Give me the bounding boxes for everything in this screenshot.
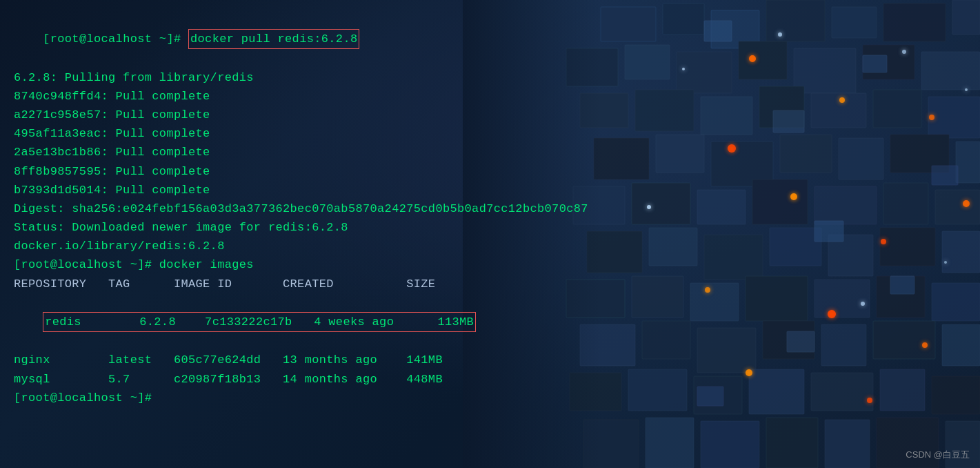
terminal-line-10: Status: Downloaded newer image for redis… bbox=[14, 218, 966, 237]
table-header: REPOSITORY TAG IMAGE ID CREATED SIZE bbox=[14, 275, 966, 293]
terminal-line-8: b7393d1d5014: Pull complete bbox=[14, 181, 966, 199]
terminal-line-6: 2a5e13bc1b86: Pull complete bbox=[14, 143, 966, 162]
command-highlight-1: docker pull redis:6.2.8 bbox=[188, 29, 359, 49]
prompt-1: [root@localhost ~]# bbox=[43, 32, 188, 46]
terminal-line-5: 495af11a3eac: Pull complete bbox=[14, 124, 966, 143]
table-row-mysql: mysql 5.7 c20987f18b13 14 months ago 448… bbox=[14, 370, 966, 389]
table-row-nginx: nginx latest 605c77e624dd 13 months ago … bbox=[14, 351, 966, 369]
terminal-line-4: a2271c958e57: Pull complete bbox=[14, 106, 966, 124]
terminal-line-3: 8740c948ffd4: Pull complete bbox=[14, 87, 966, 106]
terminal-line-11: docker.io/library/redis:6.2.8 bbox=[14, 237, 966, 255]
terminal-line-1: [root@localhost ~]# docker pull redis:6.… bbox=[14, 10, 966, 68]
terminal-line-9: Digest: sha256:e024febf156a03d3a377362be… bbox=[14, 199, 966, 218]
terminal-line-2: 6.2.8: Pulling from library/redis bbox=[14, 68, 966, 87]
table-row-redis: redis 6.2.8 7c133222c17b 4 weeks ago 113… bbox=[14, 293, 966, 351]
terminal: [root@localhost ~]# docker pull redis:6.… bbox=[0, 0, 980, 468]
watermark: CSDN @白豆五 bbox=[906, 449, 970, 461]
terminal-line-7: 8ff8b9857595: Pull complete bbox=[14, 162, 966, 181]
redis-row-highlight: redis 6.2.8 7c133222c17b 4 weeks ago 113… bbox=[43, 312, 476, 332]
terminal-prompt-final: [root@localhost ~]# bbox=[14, 389, 966, 407]
terminal-line-12: [root@localhost ~]# docker images bbox=[14, 255, 966, 274]
